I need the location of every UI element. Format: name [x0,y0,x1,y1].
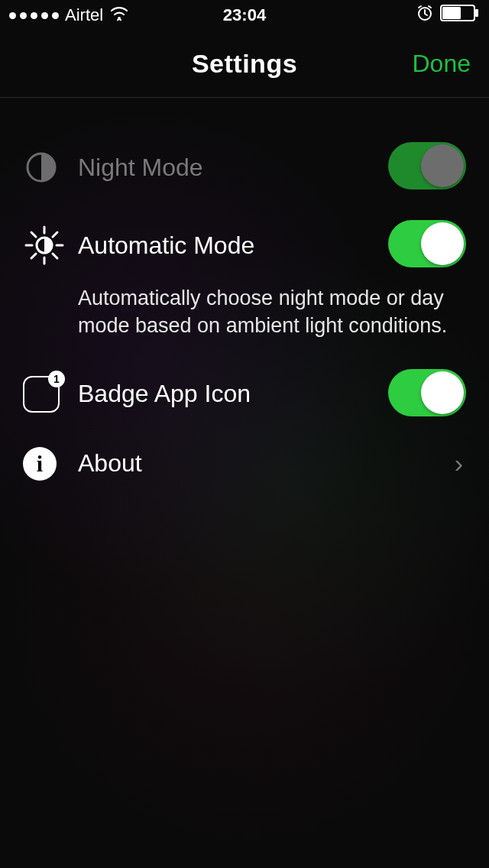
automatic-mode-label: Automatic Mode [78,232,388,260]
wifi-icon [109,5,129,25]
svg-rect-3 [475,9,478,17]
badge-app-icon-label: Badge App Icon [78,380,388,408]
battery-icon [440,5,480,26]
carrier-label: Airtel [65,5,103,25]
page-title: Settings [192,49,297,79]
signal-dots-icon [9,12,59,19]
row-night-mode: Night Mode [0,128,489,206]
info-icon: i [23,447,78,481]
nav-bar: Settings Done [0,31,489,98]
done-button[interactable]: Done [413,50,471,78]
status-time: 23:04 [223,5,266,25]
row-about[interactable]: i About › [0,433,489,494]
night-mode-toggle[interactable] [388,142,466,189]
svg-point-0 [118,17,121,20]
svg-rect-4 [442,7,461,19]
badge-count: 1 [48,371,65,387]
automatic-mode-description: Automatically choose night mode or day m… [0,284,489,355]
badge-icon: 1 [23,376,78,413]
row-badge-app-icon: 1 Badge App Icon [0,355,489,433]
settings-list: Night Mode Automatic Mode Automatically … [0,98,489,494]
chevron-right-icon: › [455,449,466,478]
brightness-icon [23,224,78,267]
about-label: About [78,449,455,478]
status-right [416,4,480,27]
alarm-icon [416,4,434,27]
badge-app-icon-toggle[interactable] [388,369,466,416]
night-mode-label: Night Mode [78,154,388,182]
row-automatic-mode: Automatic Mode [0,206,489,284]
status-bar: Airtel 23:04 [0,0,489,31]
automatic-mode-toggle[interactable] [388,220,466,267]
status-left: Airtel [9,5,129,25]
night-mode-icon [23,149,78,186]
